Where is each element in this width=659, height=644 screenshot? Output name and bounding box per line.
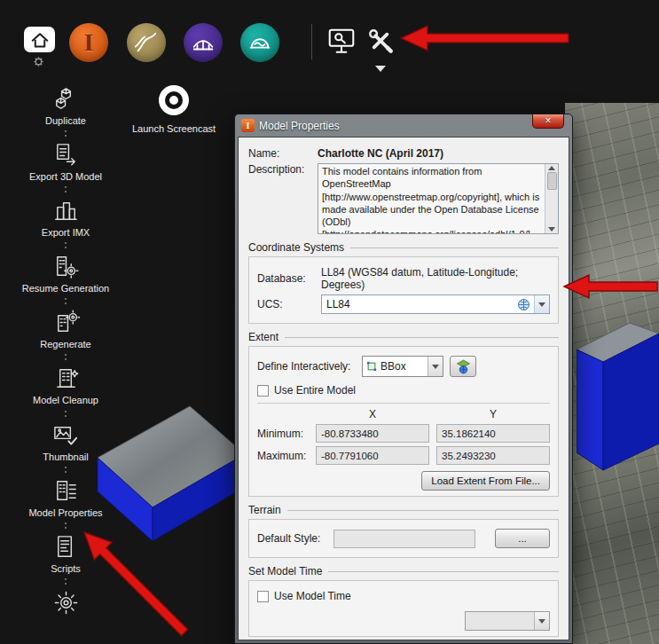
dialog-body: Name: Charlotte NC (April 2017) Descript… [238, 137, 569, 640]
sidebar-separator-dots [65, 467, 67, 473]
dialog-titlebar[interactable]: I Model Properties × [238, 114, 569, 137]
column-x-header: X [316, 408, 429, 420]
home-settings-gear-icon[interactable] [33, 55, 44, 67]
sidebar-item-resume-generation[interactable]: Resume Generation [22, 253, 109, 294]
sidebar-item-label: Scripts [51, 563, 81, 574]
home-button[interactable] [24, 27, 55, 52]
infraworks-app-button[interactable]: I [69, 23, 108, 62]
minimum-label: Minimum: [257, 428, 316, 440]
infraworks-logo-icon: I [84, 28, 94, 57]
sidebar-item-model-cleanup[interactable]: Model Cleanup [33, 365, 98, 405]
model-cleanup-icon [52, 365, 80, 392]
sidebar-item-export-3d-model[interactable]: Export 3D Model [29, 141, 102, 182]
bridges-app-button[interactable] [184, 23, 223, 62]
resume-generation-icon [51, 253, 79, 280]
extent-picker-button[interactable] [450, 356, 476, 377]
scroll-down-icon[interactable] [548, 227, 555, 232]
model-time-dropdown[interactable] [465, 611, 550, 631]
extent-divider [257, 403, 550, 404]
sidebar-item-model-properties[interactable]: Model Properties [28, 477, 102, 518]
coordinate-systems-title: Coordinate Systems [248, 241, 344, 254]
use-model-time-row: Use Model Time [257, 590, 550, 602]
ucs-dropdown[interactable]: LL84 [321, 295, 550, 314]
launch-screencast-button[interactable]: Launch Screencast [129, 85, 218, 134]
sidebar-item-thumbnail[interactable]: Thumbnail [43, 421, 88, 462]
set-model-time-title: Set Model Time [248, 565, 322, 577]
close-button[interactable]: × [532, 114, 564, 129]
drainage-icon [247, 29, 273, 56]
scrollbar-thumb[interactable] [547, 172, 557, 190]
duplicate-icon [51, 85, 79, 113]
maximum-x-field[interactable]: -80.7791060 [316, 446, 429, 465]
top-toolbar: I [0, 0, 659, 84]
description-row: Description: This model contains informa… [248, 163, 559, 234]
bbox-dropdown[interactable]: BBox [362, 356, 443, 377]
maximum-label: Maximum: [257, 450, 316, 462]
extent-group: Extent Define Interactively: BBox [248, 331, 559, 497]
column-y-header: Y [436, 408, 550, 420]
minimum-y-field[interactable]: 35.1862140 [436, 424, 550, 443]
utilities-tools-button[interactable] [364, 24, 397, 58]
sidebar-item-label: Model Properties [28, 507, 102, 518]
bbox-dropdown-arrow[interactable] [428, 357, 443, 376]
description-textbox[interactable]: This model contains information from Ope… [318, 163, 559, 234]
globe-icon [517, 298, 530, 311]
screencast-monitor-button[interactable] [325, 24, 358, 58]
use-entire-model-label: Use Entire Model [274, 384, 356, 397]
name-row: Name: Charlotte NC (April 2017) [248, 147, 559, 160]
bbox-icon [366, 361, 377, 372]
thumbnail-icon [51, 421, 79, 449]
roads-app-button[interactable] [127, 23, 166, 62]
settings-gear-icon [52, 589, 80, 617]
ucs-value: LL84 [326, 298, 517, 310]
terrain-group: Terrain Default Style: ... [248, 504, 559, 558]
drainage-app-button[interactable] [240, 23, 279, 62]
use-model-time-checkbox[interactable] [257, 591, 269, 602]
screencast-record-icon [159, 85, 189, 115]
model-3d-wedge-right [577, 318, 659, 508]
ucs-dropdown-arrow[interactable] [534, 295, 549, 313]
tools-dropdown-caret[interactable] [375, 66, 386, 72]
model-properties-dialog: I Model Properties × Name: Charlotte NC … [234, 114, 573, 644]
monitor-magnifier-icon [326, 26, 357, 56]
maximum-row: Maximum: -80.7791060 35.2493230 [257, 446, 550, 465]
regenerate-icon [52, 309, 80, 336]
model-time-dropdown-arrow[interactable] [534, 612, 549, 630]
description-scrollbar[interactable] [545, 164, 558, 233]
browse-style-button[interactable]: ... [495, 529, 550, 548]
set-model-time-group: Set Model Time Use Model Time [248, 565, 559, 637]
screencast-label: Launch Screencast [129, 123, 218, 134]
sidebar-item-duplicate[interactable]: Duplicate [45, 85, 86, 126]
minimum-row: Minimum: -80.8733480 35.1862140 [257, 424, 550, 443]
ucs-label: UCS: [257, 298, 321, 310]
sidebar-separator-dots [65, 186, 67, 192]
left-tool-sidebar: Duplicate Export 3D Model Export IMX [14, 85, 117, 617]
database-row: Database: LL84 (WGS84 datum, Latitude-Lo… [257, 266, 550, 291]
sidebar-separator-dots [65, 411, 67, 417]
dialog-app-icon: I [241, 119, 255, 132]
sidebar-item-export-imx[interactable]: Export IMX [42, 197, 90, 238]
sidebar-item-label: Resume Generation [22, 283, 109, 294]
ucs-row: UCS: LL84 [257, 295, 550, 314]
globe-layers-icon [456, 359, 471, 374]
scroll-up-icon[interactable] [548, 166, 555, 170]
minimum-x-field[interactable]: -80.8733480 [316, 424, 429, 443]
sidebar-item-regenerate[interactable]: Regenerate [40, 309, 91, 349]
toolbar-separator [311, 24, 312, 59]
sidebar-item-scripts[interactable]: Scripts [51, 533, 81, 574]
sidebar-separator-dots [65, 242, 67, 248]
sidebar-item-label: Model Cleanup [33, 395, 98, 405]
description-text: This model contains information from Ope… [318, 164, 545, 233]
default-style-field[interactable] [333, 530, 475, 548]
bbox-value: BBox [377, 360, 424, 373]
load-extent-from-file-button[interactable]: Load Extent From File... [421, 471, 550, 491]
sidebar-item-settings[interactable] [52, 589, 80, 617]
terrain-title: Terrain [248, 504, 281, 516]
coordinate-systems-group: Coordinate Systems Database: LL84 (WGS84… [248, 241, 559, 324]
name-label: Name: [248, 147, 318, 160]
maximum-y-field[interactable]: 35.2493230 [436, 446, 550, 465]
default-style-label: Default Style: [257, 532, 333, 545]
use-entire-model-checkbox[interactable] [257, 385, 269, 397]
wrench-screwdriver-tools-icon [365, 25, 396, 57]
export-imx-icon [52, 197, 80, 224]
